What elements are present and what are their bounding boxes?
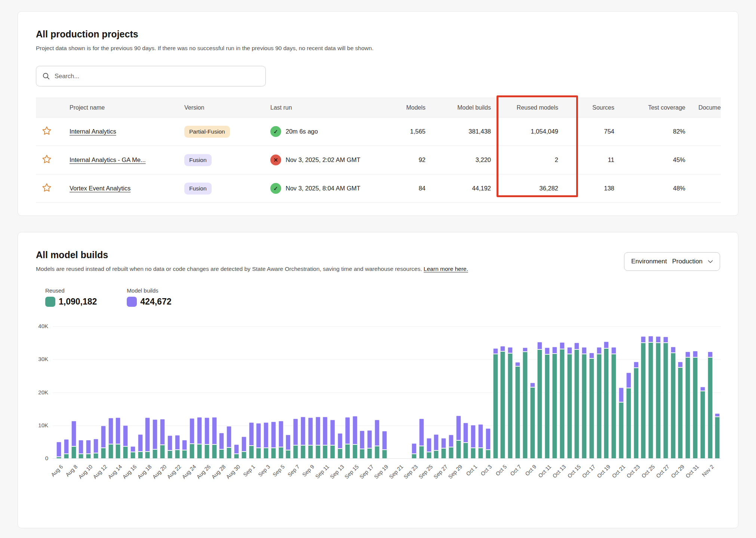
bar-segment-reused[interactable] — [101, 448, 106, 458]
bar-segment-reused[interactable] — [264, 448, 268, 458]
bar-segment-reused[interactable] — [619, 403, 624, 458]
bar-segment-builds[interactable] — [493, 348, 498, 354]
bar-segment-builds[interactable] — [323, 417, 328, 446]
bar-segment-reused[interactable] — [545, 355, 550, 458]
bar-segment-reused[interactable] — [301, 446, 305, 458]
bar-segment-reused[interactable] — [678, 368, 683, 458]
bar-segment-reused[interactable] — [663, 343, 668, 458]
bar-segment-builds[interactable] — [279, 421, 283, 447]
bar-segment-builds[interactable] — [130, 446, 135, 452]
bar-segment-reused[interactable] — [523, 352, 528, 458]
bar-segment-reused[interactable] — [145, 452, 150, 458]
bar-segment-builds[interactable] — [101, 426, 106, 448]
bar-segment-builds[interactable] — [360, 431, 365, 449]
bar-segment-reused[interactable] — [589, 359, 594, 459]
bar-segment-builds[interactable] — [271, 422, 276, 448]
bar-segment-reused[interactable] — [360, 449, 365, 458]
bar-segment-reused[interactable] — [537, 350, 542, 458]
column-header-last-run[interactable]: Last run — [270, 98, 382, 117]
bar-segment-builds[interactable] — [234, 444, 239, 454]
bar-segment-builds[interactable] — [345, 417, 350, 444]
bar-segment-reused[interactable] — [64, 454, 69, 458]
bar-segment-reused[interactable] — [641, 343, 646, 458]
bar-segment-builds[interactable] — [301, 417, 305, 446]
bar-segment-builds[interactable] — [434, 434, 439, 451]
bar-segment-reused[interactable] — [256, 448, 261, 458]
bar-segment-reused[interactable] — [582, 354, 587, 458]
bar-segment-reused[interactable] — [427, 452, 431, 458]
bar-segment-builds[interactable] — [242, 437, 246, 452]
bar-segment-reused[interactable] — [205, 445, 209, 458]
bar-segment-builds[interactable] — [537, 342, 542, 349]
bar-segment-builds[interactable] — [671, 347, 676, 354]
bar-segment-builds[interactable] — [530, 383, 535, 388]
bar-segment-builds[interactable] — [419, 419, 424, 446]
bar-segment-builds[interactable] — [582, 347, 587, 354]
bar-segment-reused[interactable] — [463, 443, 468, 458]
column-header-models[interactable]: Models — [382, 98, 425, 117]
bar-segment-reused[interactable] — [108, 444, 113, 458]
bar-segment-builds[interactable] — [715, 413, 720, 417]
bar-segment-builds[interactable] — [79, 440, 83, 454]
bar-segment-reused[interactable] — [530, 388, 535, 458]
bar-segment-reused[interactable] — [212, 445, 217, 458]
bar-segment-reused[interactable] — [552, 354, 557, 458]
bar-segment-builds[interactable] — [663, 337, 668, 343]
bar-segment-builds[interactable] — [256, 423, 261, 448]
bar-segment-reused[interactable] — [708, 358, 713, 458]
project-search-box[interactable] — [36, 66, 266, 86]
bar-segment-reused[interactable] — [190, 444, 194, 458]
bar-segment-builds[interactable] — [264, 422, 268, 448]
bar-segment-reused[interactable] — [123, 447, 128, 458]
bar-segment-reused[interactable] — [560, 349, 565, 458]
favorite-star-icon[interactable] — [41, 154, 52, 165]
bar-segment-reused[interactable] — [604, 349, 609, 458]
bar-segment-reused[interactable] — [234, 454, 239, 458]
project-name-link[interactable]: Internal Analytics - GA Me... — [70, 156, 146, 163]
bar-segment-reused[interactable] — [227, 448, 231, 458]
bar-segment-builds[interactable] — [249, 422, 254, 446]
bar-segment-reused[interactable] — [471, 448, 476, 458]
bar-segment-builds[interactable] — [619, 388, 624, 403]
bar-segment-reused[interactable] — [367, 449, 372, 458]
column-header-documentation[interactable]: Documentation — [685, 98, 721, 117]
bar-segment-reused[interactable] — [56, 457, 61, 458]
bar-segment-builds[interactable] — [212, 417, 217, 445]
bar-segment-builds[interactable] — [93, 439, 98, 453]
bar-segment-builds[interactable] — [456, 416, 461, 441]
bar-segment-reused[interactable] — [345, 444, 350, 458]
bar-segment-builds[interactable] — [145, 418, 150, 452]
project-name-link[interactable]: Vortex Event Analytics — [70, 185, 130, 192]
bar-segment-reused[interactable] — [656, 343, 661, 458]
bar-segment-builds[interactable] — [175, 435, 180, 450]
bar-segment-reused[interactable] — [382, 450, 387, 458]
bar-segment-reused[interactable] — [500, 352, 505, 458]
bar-segment-builds[interactable] — [685, 352, 690, 358]
bar-segment-reused[interactable] — [308, 446, 313, 458]
bar-segment-reused[interactable] — [375, 446, 379, 458]
bar-segment-builds[interactable] — [574, 343, 579, 350]
favorite-star-icon[interactable] — [41, 182, 52, 193]
bar-segment-builds[interactable] — [560, 342, 565, 349]
bar-segment-reused[interactable] — [508, 354, 513, 458]
bar-segment-reused[interactable] — [353, 445, 357, 458]
bar-segment-reused[interactable] — [116, 444, 120, 458]
bar-segment-builds[interactable] — [449, 435, 454, 447]
bar-segment-builds[interactable] — [338, 433, 342, 449]
column-header-model-builds[interactable]: Model builds — [425, 98, 491, 117]
bar-segment-reused[interactable] — [634, 368, 639, 458]
bar-segment-builds[interactable] — [353, 416, 357, 445]
bar-segment-builds[interactable] — [190, 418, 194, 444]
bar-segment-reused[interactable] — [693, 358, 698, 458]
bar-segment-reused[interactable] — [597, 354, 602, 458]
favorite-star-icon[interactable] — [41, 125, 52, 137]
bar-segment-reused[interactable] — [449, 447, 454, 458]
bar-segment-builds[interactable] — [197, 417, 202, 444]
column-header-project-name[interactable]: Project name — [70, 98, 184, 117]
environment-dropdown[interactable]: Environment Production — [624, 252, 720, 271]
column-header-test-coverage[interactable]: Test coverage — [614, 98, 685, 117]
bar-segment-builds[interactable] — [153, 419, 157, 450]
bar-segment-reused[interactable] — [197, 444, 202, 458]
bar-segment-reused[interactable] — [611, 354, 616, 458]
bar-segment-builds[interactable] — [634, 362, 639, 368]
